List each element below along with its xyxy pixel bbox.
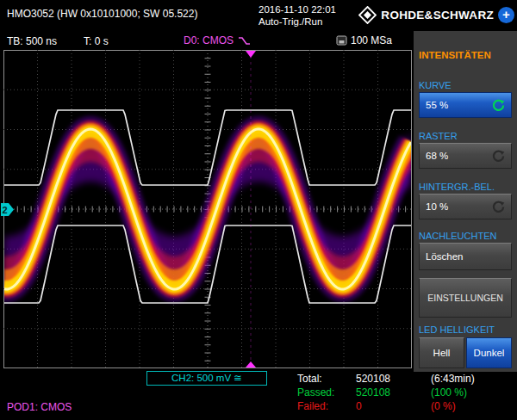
rotate-knob-icon [492,99,505,112]
trigger-status-text: Auto-Trig./Run [258,15,336,28]
raster-label: RASTER [419,131,458,141]
acquisition-memory-icon [336,35,347,46]
rotate-knob-icon [492,201,505,213]
timebase-readout[interactable]: TB: 500 ns [7,35,57,47]
led-brightness-label: LED HELLIGKEIT [419,324,495,335]
total-value: 520108 [356,373,390,385]
led-dunkel-label: Dunkel [474,348,505,358]
led-hell-button[interactable]: Hell [419,337,464,368]
trigger-source-readout[interactable]: D0: CMOS [184,34,251,46]
channel2-info-box[interactable]: CH2: 500 mV ≅ [146,371,267,386]
total-extra: (6:43min) [431,373,475,385]
failed-value: 0 [356,400,362,412]
datetime-block: 2016-11-10 22:01 Auto-Trig./Run [258,3,336,28]
raster-value: 68 % [426,151,448,161]
backlight-label: HINTERGR.-BEL. [419,182,495,192]
kurve-label: KURVE [419,80,452,90]
rohde-schwarz-diamond-icon [358,6,377,24]
led-hell-label: Hell [433,348,451,358]
einstellungen-softkey[interactable]: EINSTELLUNGEN [419,278,512,318]
led-dunkel-button[interactable]: Dunkel [466,337,512,368]
kurve-value: 55 % [426,100,448,110]
raster-softkey[interactable]: 68 % [419,143,512,169]
persistence-clear-softkey[interactable]: Löschen [419,243,512,270]
channel2-level-marker[interactable]: 2 [1,203,14,216]
brand-text: ROHDE&SCHWARZ [381,9,494,22]
einstellungen-label: EINSTELLUNGEN [427,293,503,303]
rotate-knob-icon [492,150,505,163]
failed-label: Failed: [297,400,328,412]
title-bar: HMO3052 (HW 0x10101000; SW 05.522) 2016-… [0,0,517,31]
device-title: HMO3052 (HW 0x10101000; SW 05.522) [7,8,197,20]
persistence-label: NACHLEUCHTEN [419,231,496,241]
passed-extra: (100 %) [431,386,467,398]
trigger-marker-top-icon[interactable] [246,51,256,58]
passed-value: 520108 [356,386,390,398]
brand-logo: ROHDE&SCHWARZ + [358,6,514,24]
datetime-text: 2016-11-10 22:01 [258,3,336,15]
passed-label: Passed: [297,386,334,398]
plus-badge-icon: + [498,7,514,23]
kurve-softkey[interactable]: 55 % [419,92,512,118]
falling-edge-trigger-icon [238,36,251,46]
pod1-label[interactable]: POD1: CMOS [7,401,72,413]
sample-rate-readout: 100 MSa [336,34,392,46]
status-bar: TB: 500 ns T: 0 s D0: CMOS 100 MSa [0,31,414,50]
trigger-marker-bottom-icon[interactable] [246,361,256,368]
total-label: Total: [297,373,322,385]
trigger-source-label: D0: CMOS [184,34,234,46]
trigger-time-readout[interactable]: T: 0 s [84,35,109,47]
menu-title: INTENSITÄTEN [419,50,491,60]
backlight-value: 10 % [426,201,448,212]
backlight-softkey[interactable]: 10 % [419,194,512,219]
channel2-marker-label: 2 [3,205,8,215]
softkey-menu: INTENSITÄTEN KURVE 55 % RASTER 68 % HINT… [414,31,517,372]
failed-extra: (0 %) [431,400,456,412]
bottom-info-bar: CH2: 500 mV ≅ POD1: CMOS Total: 520108 (… [0,372,517,420]
sample-rate-label: 100 MSa [351,34,392,46]
persistence-value: Löschen [426,251,463,262]
